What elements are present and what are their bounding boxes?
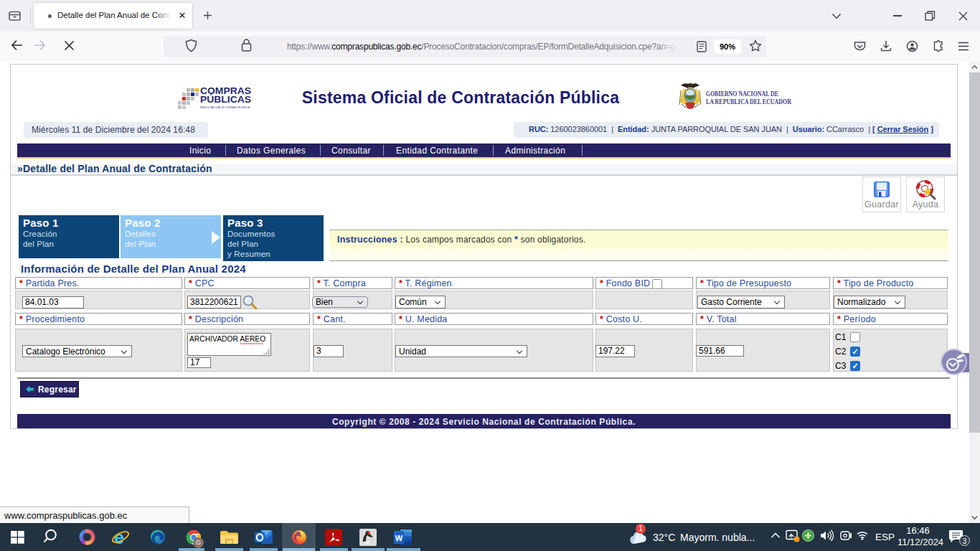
svg-text:LA REPUBLICA DEL ECUADOR: LA REPUBLICA DEL ECUADOR (706, 98, 791, 105)
svg-text:e: e (114, 528, 124, 547)
svg-text:GOBIERNO NACIONAL DE: GOBIERNO NACIONAL DE (706, 90, 778, 98)
svg-text:W: W (395, 534, 403, 542)
